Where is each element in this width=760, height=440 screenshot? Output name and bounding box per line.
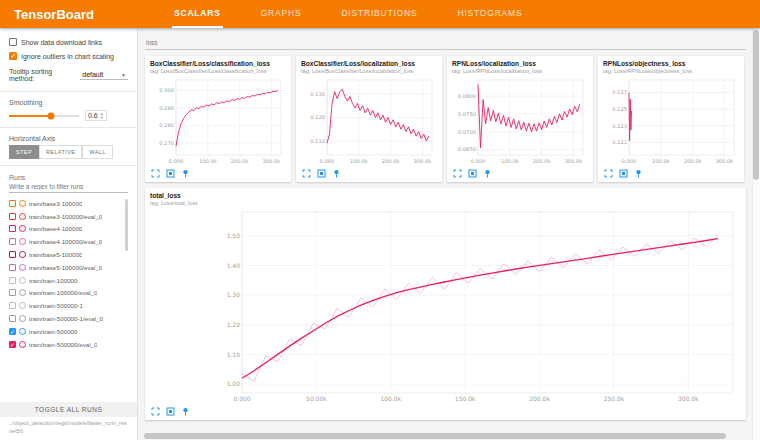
run-item[interactable]: train/train-500000-1 — [9, 299, 128, 312]
tag-filter-input[interactable] — [145, 37, 746, 48]
svg-text:0.0650: 0.0650 — [458, 146, 476, 152]
smoothing-slider[interactable] — [9, 115, 79, 117]
run-color-swatch-icon[interactable] — [19, 277, 26, 284]
fullscreen-icon[interactable] — [604, 169, 613, 178]
run-checkbox-icon[interactable] — [9, 251, 16, 258]
svg-text:0.0700: 0.0700 — [458, 129, 476, 135]
nav-tabs: SCALARS GRAPHS DISTRIBUTIONS HISTOGRAMS — [172, 0, 524, 28]
fit-domain-icon[interactable] — [468, 169, 477, 178]
pin-icon[interactable] — [181, 407, 190, 416]
run-checkbox-icon[interactable]: ✓ — [9, 328, 16, 335]
run-color-swatch-icon[interactable] — [19, 225, 26, 232]
svg-text:0.000: 0.000 — [622, 158, 637, 164]
show-download-links-checkbox[interactable]: Show data download links — [9, 38, 128, 46]
run-item[interactable]: train/base3-100000 — [9, 197, 128, 210]
fullscreen-icon[interactable] — [151, 407, 160, 416]
run-color-swatch-icon[interactable] — [19, 213, 26, 220]
rpn-objectness-loss-chart[interactable]: 0.1210.1230.1250.1270.000100.0k200.0k300… — [603, 76, 739, 166]
run-color-swatch-icon[interactable] — [19, 200, 26, 207]
axis-wall-button[interactable]: WALL — [82, 145, 112, 159]
run-item[interactable]: train/base4-100000/eval_0 — [9, 235, 128, 248]
svg-text:0.290: 0.290 — [159, 105, 174, 111]
fullscreen-icon[interactable] — [151, 169, 160, 178]
tooltip-sorting-label: Tooltip sorting method: — [9, 68, 73, 82]
smoothing-value-stepper[interactable]: 0.6 ▲▼ — [85, 110, 107, 121]
run-color-swatch-icon[interactable] — [19, 289, 26, 296]
run-color-swatch-icon[interactable] — [19, 264, 26, 271]
run-checkbox-icon[interactable]: ✓ — [9, 341, 16, 348]
run-color-swatch-icon[interactable] — [19, 251, 26, 258]
pin-icon[interactable] — [181, 169, 190, 178]
svg-text:300.0k: 300.0k — [263, 158, 281, 164]
run-color-swatch-icon[interactable] — [19, 341, 26, 348]
classification-loss-chart[interactable]: 0.2700.2800.2900.3000.000100.0k200.0k300… — [150, 76, 286, 166]
svg-text:0.125: 0.125 — [612, 106, 627, 112]
scrollbar-thumb[interactable] — [144, 433, 726, 439]
rpn-localization-loss-chart[interactable]: 0.06500.07000.07500.08000.000100.0k200.0… — [452, 76, 588, 166]
slider-knob-icon[interactable] — [48, 112, 55, 119]
fit-domain-icon[interactable] — [166, 169, 175, 178]
run-checkbox-icon[interactable] — [9, 264, 16, 271]
fullscreen-icon[interactable] — [453, 169, 462, 178]
run-checkbox-icon[interactable] — [9, 225, 16, 232]
fit-domain-icon[interactable] — [166, 407, 175, 416]
pin-icon[interactable] — [332, 169, 341, 178]
svg-text:0.123: 0.123 — [612, 123, 627, 129]
svg-text:0.000: 0.000 — [233, 395, 250, 402]
tab-distributions[interactable]: DISTRIBUTIONS — [339, 0, 419, 28]
run-color-swatch-icon[interactable] — [19, 315, 26, 322]
toggle-all-runs-button[interactable]: TOGGLE ALL RUNS — [0, 402, 137, 417]
tab-histograms[interactable]: HISTOGRAMS — [455, 0, 524, 28]
svg-text:200.0k: 200.0k — [529, 395, 550, 402]
run-checkbox-icon[interactable] — [9, 238, 16, 245]
tab-scalars[interactable]: SCALARS — [172, 0, 223, 28]
fullscreen-icon[interactable] — [302, 169, 311, 178]
run-item[interactable]: train/train-100000 — [9, 274, 128, 287]
run-color-swatch-icon[interactable] — [19, 328, 26, 335]
runs-scrollbar[interactable] — [125, 199, 128, 251]
run-checkbox-icon[interactable] — [9, 213, 16, 220]
run-color-swatch-icon[interactable] — [19, 238, 26, 245]
vertical-scrollbar[interactable] — [752, 28, 760, 440]
axis-relative-button[interactable]: RELATIVE — [39, 145, 82, 159]
runs-filter-input[interactable] — [9, 181, 128, 193]
main-content: BoxClassifier/Loss/classification_loss t… — [138, 28, 760, 440]
fit-domain-icon[interactable] — [317, 169, 326, 178]
axis-step-button[interactable]: STEP — [9, 145, 39, 159]
run-item[interactable]: train/base5-100000/eval_0 — [9, 261, 128, 274]
run-color-swatch-icon[interactable] — [19, 302, 26, 309]
run-item[interactable]: train/base3-100000/eval_0 — [9, 210, 128, 223]
tooltip-sorting-dropdown[interactable]: default ▼ — [80, 70, 128, 80]
smoothing-row: 0.6 ▲▼ — [9, 110, 128, 121]
scrollbar-thumb[interactable] — [753, 30, 759, 180]
pin-icon[interactable] — [634, 169, 643, 178]
ignore-outliers-checkbox[interactable]: Ignore outliers in chart scaling — [9, 52, 128, 60]
run-checkbox-icon[interactable] — [9, 315, 16, 322]
run-item[interactable]: train/train-500000-1/eval_0 — [9, 312, 128, 325]
horizontal-scrollbar[interactable] — [144, 433, 744, 439]
chart-toolbar — [301, 166, 437, 180]
run-checkbox-icon[interactable] — [9, 200, 16, 207]
run-item[interactable]: train/base4-100000 — [9, 223, 128, 236]
svg-text:1.10: 1.10 — [227, 351, 241, 358]
run-checkbox-icon[interactable] — [9, 277, 16, 284]
run-item[interactable]: ✓train/train-500000 — [9, 325, 128, 338]
run-item[interactable]: train/train-100000/eval_0 — [9, 287, 128, 300]
pin-icon[interactable] — [483, 169, 492, 178]
box-localization-loss-chart[interactable]: 0.1100.1200.1300.000100.0k200.0k300.0k — [301, 76, 437, 166]
total-loss-chart[interactable]: 1.001.101.201.301.401.500.00050.00k100.0… — [150, 208, 738, 404]
slider-fill — [9, 115, 51, 117]
svg-text:0.300: 0.300 — [159, 87, 174, 93]
checkbox-unchecked-icon — [9, 38, 17, 46]
fit-domain-icon[interactable] — [619, 169, 628, 178]
tab-graphs[interactable]: GRAPHS — [259, 0, 304, 28]
run-item[interactable]: train/base5-100000 — [9, 248, 128, 261]
svg-text:100.0k: 100.0k — [652, 158, 670, 164]
run-checkbox-icon[interactable] — [9, 302, 16, 309]
run-item[interactable]: ✓train/train-500000/eval_0 — [9, 338, 128, 351]
stepper-arrows-icon[interactable]: ▲▼ — [100, 112, 104, 119]
svg-text:300.0k: 300.0k — [716, 158, 734, 164]
chart-title: RPNLoss/objectness_loss — [603, 60, 739, 67]
run-checkbox-icon[interactable] — [9, 289, 16, 296]
runs-heading: Runs — [9, 174, 128, 181]
